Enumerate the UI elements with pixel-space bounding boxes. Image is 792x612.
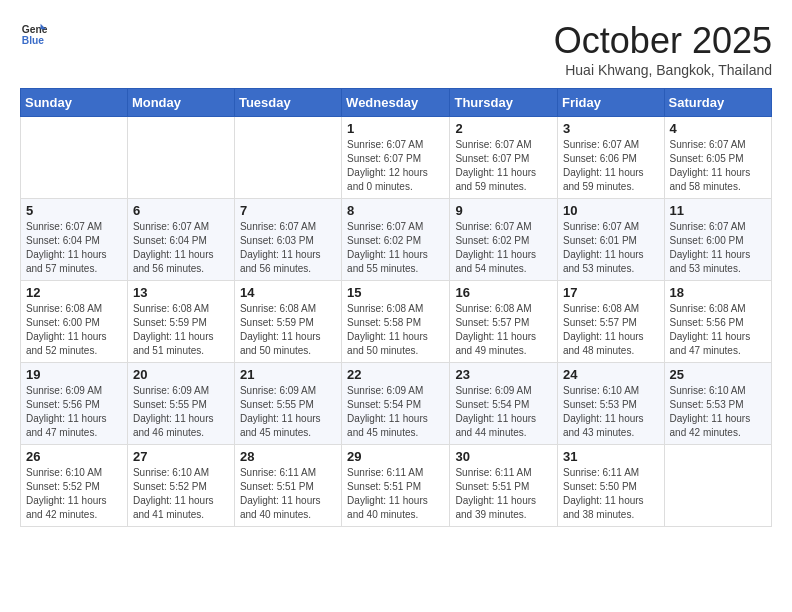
day-number: 4	[670, 121, 766, 136]
calendar-cell: 27Sunrise: 6:10 AMSunset: 5:52 PMDayligh…	[127, 445, 234, 527]
day-number: 10	[563, 203, 659, 218]
day-info: Sunrise: 6:08 AMSunset: 5:57 PMDaylight:…	[455, 302, 552, 358]
day-info: Sunrise: 6:09 AMSunset: 5:56 PMDaylight:…	[26, 384, 122, 440]
calendar-cell: 29Sunrise: 6:11 AMSunset: 5:51 PMDayligh…	[342, 445, 450, 527]
calendar-cell: 9Sunrise: 6:07 AMSunset: 6:02 PMDaylight…	[450, 199, 558, 281]
weekday-header-thursday: Thursday	[450, 89, 558, 117]
day-number: 31	[563, 449, 659, 464]
day-number: 8	[347, 203, 444, 218]
day-info: Sunrise: 6:10 AMSunset: 5:52 PMDaylight:…	[133, 466, 229, 522]
day-info: Sunrise: 6:07 AMSunset: 6:07 PMDaylight:…	[347, 138, 444, 194]
weekday-header-sunday: Sunday	[21, 89, 128, 117]
calendar-cell: 22Sunrise: 6:09 AMSunset: 5:54 PMDayligh…	[342, 363, 450, 445]
day-info: Sunrise: 6:10 AMSunset: 5:53 PMDaylight:…	[670, 384, 766, 440]
day-number: 2	[455, 121, 552, 136]
day-info: Sunrise: 6:08 AMSunset: 5:59 PMDaylight:…	[240, 302, 336, 358]
calendar-week-row: 5Sunrise: 6:07 AMSunset: 6:04 PMDaylight…	[21, 199, 772, 281]
day-number: 20	[133, 367, 229, 382]
day-number: 9	[455, 203, 552, 218]
calendar-cell: 17Sunrise: 6:08 AMSunset: 5:57 PMDayligh…	[558, 281, 665, 363]
day-info: Sunrise: 6:10 AMSunset: 5:52 PMDaylight:…	[26, 466, 122, 522]
calendar-cell: 5Sunrise: 6:07 AMSunset: 6:04 PMDaylight…	[21, 199, 128, 281]
day-info: Sunrise: 6:08 AMSunset: 5:57 PMDaylight:…	[563, 302, 659, 358]
day-info: Sunrise: 6:09 AMSunset: 5:54 PMDaylight:…	[347, 384, 444, 440]
calendar-cell: 12Sunrise: 6:08 AMSunset: 6:00 PMDayligh…	[21, 281, 128, 363]
day-number: 3	[563, 121, 659, 136]
day-number: 16	[455, 285, 552, 300]
day-info: Sunrise: 6:07 AMSunset: 6:06 PMDaylight:…	[563, 138, 659, 194]
day-number: 11	[670, 203, 766, 218]
weekday-header-row: SundayMondayTuesdayWednesdayThursdayFrid…	[21, 89, 772, 117]
day-info: Sunrise: 6:10 AMSunset: 5:53 PMDaylight:…	[563, 384, 659, 440]
page-header: General Blue October 2025 Huai Khwang, B…	[20, 20, 772, 78]
logo: General Blue	[20, 20, 48, 48]
calendar-cell: 30Sunrise: 6:11 AMSunset: 5:51 PMDayligh…	[450, 445, 558, 527]
day-info: Sunrise: 6:09 AMSunset: 5:55 PMDaylight:…	[133, 384, 229, 440]
day-number: 7	[240, 203, 336, 218]
day-info: Sunrise: 6:08 AMSunset: 5:58 PMDaylight:…	[347, 302, 444, 358]
weekday-header-friday: Friday	[558, 89, 665, 117]
calendar-cell: 13Sunrise: 6:08 AMSunset: 5:59 PMDayligh…	[127, 281, 234, 363]
day-info: Sunrise: 6:07 AMSunset: 6:04 PMDaylight:…	[133, 220, 229, 276]
logo-icon: General Blue	[20, 20, 48, 48]
calendar-cell	[234, 117, 341, 199]
calendar-table: SundayMondayTuesdayWednesdayThursdayFrid…	[20, 88, 772, 527]
calendar-cell: 16Sunrise: 6:08 AMSunset: 5:57 PMDayligh…	[450, 281, 558, 363]
calendar-cell: 8Sunrise: 6:07 AMSunset: 6:02 PMDaylight…	[342, 199, 450, 281]
day-info: Sunrise: 6:11 AMSunset: 5:51 PMDaylight:…	[347, 466, 444, 522]
calendar-cell: 11Sunrise: 6:07 AMSunset: 6:00 PMDayligh…	[664, 199, 771, 281]
calendar-cell: 24Sunrise: 6:10 AMSunset: 5:53 PMDayligh…	[558, 363, 665, 445]
day-number: 18	[670, 285, 766, 300]
day-info: Sunrise: 6:08 AMSunset: 5:56 PMDaylight:…	[670, 302, 766, 358]
calendar-cell: 23Sunrise: 6:09 AMSunset: 5:54 PMDayligh…	[450, 363, 558, 445]
title-block: October 2025 Huai Khwang, Bangkok, Thail…	[554, 20, 772, 78]
calendar-cell: 15Sunrise: 6:08 AMSunset: 5:58 PMDayligh…	[342, 281, 450, 363]
day-info: Sunrise: 6:07 AMSunset: 6:04 PMDaylight:…	[26, 220, 122, 276]
day-info: Sunrise: 6:09 AMSunset: 5:54 PMDaylight:…	[455, 384, 552, 440]
calendar-week-row: 1Sunrise: 6:07 AMSunset: 6:07 PMDaylight…	[21, 117, 772, 199]
weekday-header-monday: Monday	[127, 89, 234, 117]
calendar-cell: 14Sunrise: 6:08 AMSunset: 5:59 PMDayligh…	[234, 281, 341, 363]
day-number: 5	[26, 203, 122, 218]
day-number: 12	[26, 285, 122, 300]
day-info: Sunrise: 6:07 AMSunset: 6:07 PMDaylight:…	[455, 138, 552, 194]
weekday-header-wednesday: Wednesday	[342, 89, 450, 117]
day-number: 14	[240, 285, 336, 300]
day-info: Sunrise: 6:07 AMSunset: 6:02 PMDaylight:…	[455, 220, 552, 276]
day-number: 27	[133, 449, 229, 464]
calendar-cell: 18Sunrise: 6:08 AMSunset: 5:56 PMDayligh…	[664, 281, 771, 363]
calendar-cell: 20Sunrise: 6:09 AMSunset: 5:55 PMDayligh…	[127, 363, 234, 445]
day-number: 19	[26, 367, 122, 382]
day-info: Sunrise: 6:11 AMSunset: 5:50 PMDaylight:…	[563, 466, 659, 522]
day-number: 25	[670, 367, 766, 382]
weekday-header-tuesday: Tuesday	[234, 89, 341, 117]
day-number: 13	[133, 285, 229, 300]
day-number: 29	[347, 449, 444, 464]
calendar-week-row: 19Sunrise: 6:09 AMSunset: 5:56 PMDayligh…	[21, 363, 772, 445]
day-info: Sunrise: 6:07 AMSunset: 6:03 PMDaylight:…	[240, 220, 336, 276]
day-info: Sunrise: 6:07 AMSunset: 6:01 PMDaylight:…	[563, 220, 659, 276]
day-info: Sunrise: 6:07 AMSunset: 6:00 PMDaylight:…	[670, 220, 766, 276]
calendar-week-row: 12Sunrise: 6:08 AMSunset: 6:00 PMDayligh…	[21, 281, 772, 363]
calendar-cell: 4Sunrise: 6:07 AMSunset: 6:05 PMDaylight…	[664, 117, 771, 199]
day-number: 15	[347, 285, 444, 300]
calendar-cell: 21Sunrise: 6:09 AMSunset: 5:55 PMDayligh…	[234, 363, 341, 445]
day-number: 23	[455, 367, 552, 382]
calendar-cell: 10Sunrise: 6:07 AMSunset: 6:01 PMDayligh…	[558, 199, 665, 281]
calendar-cell: 1Sunrise: 6:07 AMSunset: 6:07 PMDaylight…	[342, 117, 450, 199]
day-number: 24	[563, 367, 659, 382]
month-title: October 2025	[554, 20, 772, 62]
svg-text:General: General	[22, 24, 48, 35]
location: Huai Khwang, Bangkok, Thailand	[554, 62, 772, 78]
calendar-cell	[664, 445, 771, 527]
day-info: Sunrise: 6:07 AMSunset: 6:05 PMDaylight:…	[670, 138, 766, 194]
calendar-week-row: 26Sunrise: 6:10 AMSunset: 5:52 PMDayligh…	[21, 445, 772, 527]
calendar-cell: 7Sunrise: 6:07 AMSunset: 6:03 PMDaylight…	[234, 199, 341, 281]
day-number: 17	[563, 285, 659, 300]
day-info: Sunrise: 6:07 AMSunset: 6:02 PMDaylight:…	[347, 220, 444, 276]
day-number: 22	[347, 367, 444, 382]
calendar-cell: 26Sunrise: 6:10 AMSunset: 5:52 PMDayligh…	[21, 445, 128, 527]
day-info: Sunrise: 6:08 AMSunset: 5:59 PMDaylight:…	[133, 302, 229, 358]
calendar-cell: 6Sunrise: 6:07 AMSunset: 6:04 PMDaylight…	[127, 199, 234, 281]
calendar-cell: 19Sunrise: 6:09 AMSunset: 5:56 PMDayligh…	[21, 363, 128, 445]
